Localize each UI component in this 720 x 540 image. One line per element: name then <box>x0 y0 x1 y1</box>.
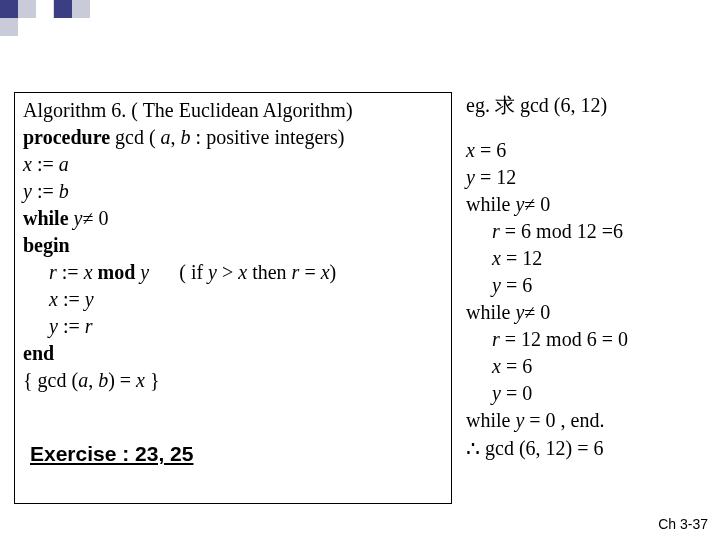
algo-line: r := x mod y ( if y > x then r = x) <box>23 259 443 286</box>
example-trace: eg. 求 gcd (6, 12) x = 6 y = 12 while y≠ … <box>466 92 628 504</box>
slide-number: Ch 3-37 <box>658 516 708 532</box>
eg-title: eg. 求 gcd (6, 12) <box>466 92 628 119</box>
trace-line: r = 12 mod 6 = 0 <box>466 326 628 353</box>
trace-line: x = 12 <box>466 245 628 272</box>
algo-line: end <box>23 340 443 367</box>
trace-line: x = 6 <box>466 137 628 164</box>
trace-line: y = 6 <box>466 272 628 299</box>
algo-title: Algorithm 6. ( The Euclidean Algorithm) <box>23 97 443 124</box>
algo-proc: procedure gcd ( a, b : positive integers… <box>23 124 443 151</box>
algo-line: while y≠ 0 <box>23 205 443 232</box>
trace-conclusion: ∴ gcd (6, 12) = 6 <box>466 434 628 464</box>
trace-line: r = 6 mod 12 =6 <box>466 218 628 245</box>
algo-line: y := r <box>23 313 443 340</box>
trace-line: while y≠ 0 <box>466 191 628 218</box>
trace-line: while y = 0 , end. <box>466 407 628 434</box>
exercise-line: Exercise : 23, 25 <box>30 442 193 466</box>
slide-decor-left <box>0 0 18 36</box>
algo-line: y := b <box>23 178 443 205</box>
trace-line: x = 6 <box>466 353 628 380</box>
algo-line: begin <box>23 232 443 259</box>
trace-line: while y≠ 0 <box>466 299 628 326</box>
trace-line: y = 12 <box>466 164 628 191</box>
algo-line: { gcd (a, b) = x } <box>23 367 443 394</box>
algo-line: x := a <box>23 151 443 178</box>
trace-line: y = 0 <box>466 380 628 407</box>
algo-line: x := y <box>23 286 443 313</box>
